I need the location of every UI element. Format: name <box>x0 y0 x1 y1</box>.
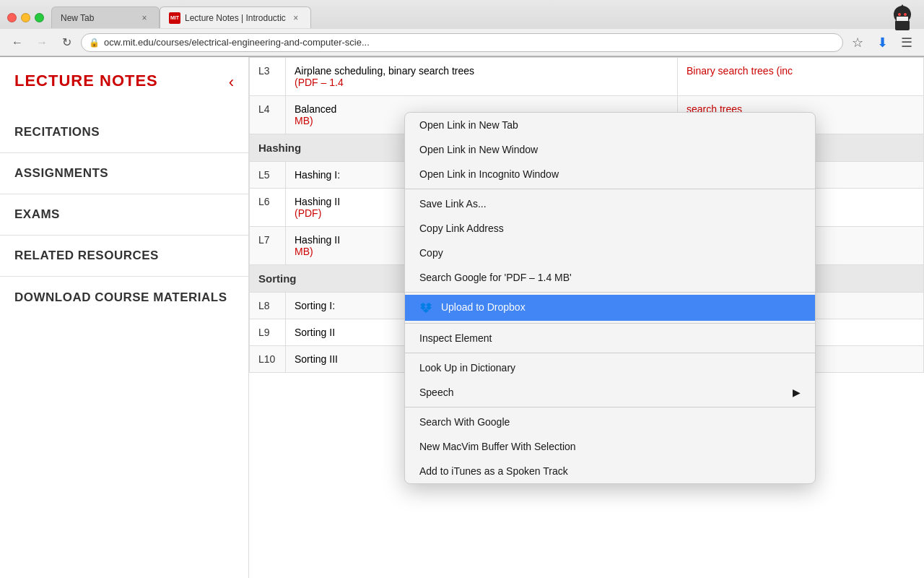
context-open-new-window[interactable]: Open Link in New Window <box>405 137 815 162</box>
context-inspect-element[interactable]: Inspect Element <box>405 326 815 350</box>
context-upload-dropbox[interactable]: Upload to Dropbox <box>405 295 815 321</box>
context-menu-separator <box>405 189 815 189</box>
context-open-new-tab[interactable]: Open Link in New Tab <box>405 113 815 137</box>
context-menu-separator-5 <box>405 407 815 407</box>
context-search-google[interactable]: Search Google for 'PDF – 1.4 MB' <box>405 265 815 290</box>
dropbox-icon <box>419 301 441 313</box>
context-menu-overlay: Open Link in New Tab Open Link in New Wi… <box>0 0 924 578</box>
submenu-arrow-icon: ▶ <box>793 387 801 398</box>
context-look-up-dictionary[interactable]: Look Up in Dictionary <box>405 355 815 380</box>
context-menu-separator-2 <box>405 292 815 293</box>
context-save-link-as[interactable]: Save Link As... <box>405 191 815 216</box>
context-open-incognito[interactable]: Open Link in Incognito Window <box>405 162 815 186</box>
context-macvim-buffer[interactable]: New MacVim Buffer With Selection <box>405 434 815 459</box>
context-menu-separator-3 <box>405 323 815 324</box>
context-add-itunes[interactable]: Add to iTunes as a Spoken Track <box>405 459 815 483</box>
context-menu: Open Link in New Tab Open Link in New Wi… <box>404 112 816 484</box>
context-speech[interactable]: Speech ▶ <box>405 380 815 405</box>
context-copy-link[interactable]: Copy Link Address <box>405 216 815 241</box>
context-menu-separator-4 <box>405 353 815 353</box>
context-copy[interactable]: Copy <box>405 241 815 265</box>
context-search-with-google[interactable]: Search With Google <box>405 410 815 434</box>
